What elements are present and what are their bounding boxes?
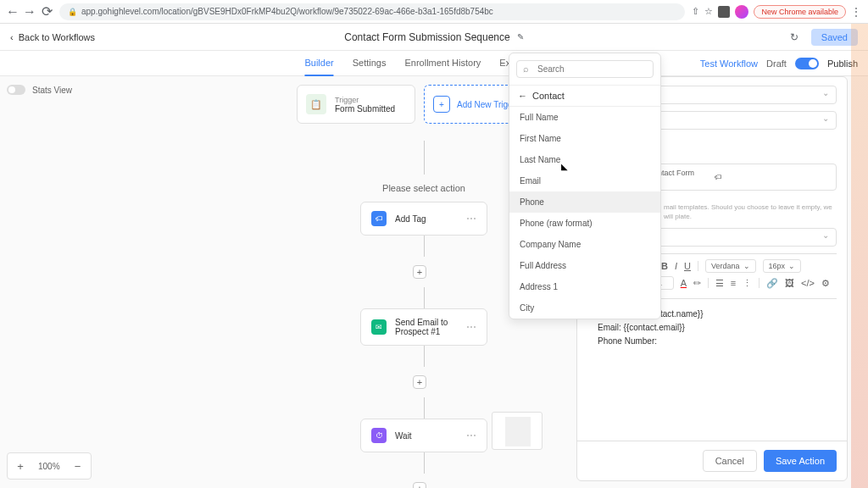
variable-option[interactable]: Full Address: [509, 255, 660, 276]
stats-view-toggle[interactable]: Stats View: [7, 85, 72, 95]
zoom-in-button[interactable]: +: [11, 457, 30, 475]
step-card[interactable]: ⏱Wait⋯: [360, 419, 487, 452]
step-label: Wait: [395, 431, 458, 441]
bold-icon[interactable]: B: [661, 261, 668, 271]
image-icon[interactable]: 🖼: [785, 278, 794, 288]
form-icon: 📋: [306, 94, 326, 114]
test-workflow-link[interactable]: Test Workflow: [700, 58, 758, 69]
back-icon[interactable]: ←: [7, 6, 19, 18]
tabs-bar: BuilderSettingsEnrollment HistoryExecuti…: [0, 51, 868, 76]
step-more-icon[interactable]: ⋯: [466, 430, 476, 441]
add-step-button[interactable]: +: [413, 265, 426, 279]
step-card[interactable]: 🏷Add Tag⋯: [360, 202, 487, 236]
draft-label: Draft: [766, 58, 787, 69]
trigger-value: Form Submitted: [335, 104, 395, 114]
variable-option[interactable]: Email: [509, 170, 660, 191]
text-color-icon[interactable]: A: [681, 278, 687, 288]
underline-icon[interactable]: U: [684, 261, 691, 271]
variable-option[interactable]: Phone: [509, 191, 660, 213]
stats-switch[interactable]: [7, 85, 25, 95]
step-more-icon[interactable]: ⋯: [466, 321, 476, 333]
plus-icon: +: [433, 96, 450, 113]
variable-option[interactable]: Address 1: [509, 276, 660, 297]
more-icon[interactable]: ⋮: [743, 278, 752, 289]
zoom-controls: + 100% −: [7, 452, 92, 480]
trigger-label: Trigger: [335, 96, 395, 104]
variable-option[interactable]: Full Name: [509, 107, 660, 128]
right-edge-decoration: [851, 24, 868, 488]
trigger-card[interactable]: 📋 Trigger Form Submitted: [297, 85, 415, 124]
url-bar[interactable]: 🔒 app.gohighlevel.com/location/gBVSE9HDx…: [59, 3, 685, 20]
step-card[interactable]: ✉Send Email to Prospect #1⋯: [360, 308, 487, 346]
workflow-title: Contact Form Submission Sequence: [344, 31, 509, 43]
zoom-out-button[interactable]: −: [69, 457, 87, 475]
variable-option[interactable]: Phone (raw format): [509, 213, 660, 234]
cancel-button[interactable]: Cancel: [703, 450, 757, 472]
code-icon[interactable]: </>: [801, 278, 815, 288]
reload-icon[interactable]: ⟳: [41, 6, 53, 18]
italic-icon[interactable]: I: [675, 261, 677, 271]
forward-icon[interactable]: →: [24, 6, 36, 18]
publish-toggle[interactable]: [795, 58, 819, 69]
minimap[interactable]: [492, 412, 542, 450]
variable-option[interactable]: Last Name: [509, 149, 660, 170]
search-input[interactable]: [516, 60, 654, 78]
font-select[interactable]: Verdana ⌄: [705, 259, 756, 273]
variable-option[interactable]: First Name: [509, 128, 660, 149]
variable-option[interactable]: Company Name: [509, 234, 660, 255]
link-icon[interactable]: 🔗: [766, 278, 778, 289]
profile-avatar[interactable]: [735, 5, 748, 19]
back-to-workflows[interactable]: ‹ Back to Workflows: [10, 32, 95, 42]
add-step-button[interactable]: +: [413, 482, 426, 488]
step-label: Add Tag: [395, 214, 458, 224]
email-icon: ✉: [371, 319, 387, 335]
edit-title-icon[interactable]: ✎: [517, 32, 524, 42]
variable-picker-popup: ← Contact Full NameFirst NameLast NameEm…: [509, 53, 661, 319]
variable-option[interactable]: City: [509, 297, 660, 319]
share-icon[interactable]: ⇧: [692, 6, 699, 17]
list-icon[interactable]: ☰: [715, 278, 724, 289]
history-icon[interactable]: ↻: [786, 29, 803, 46]
tab-builder[interactable]: Builder: [304, 51, 333, 76]
extension-icon[interactable]: [718, 6, 730, 18]
save-action-button[interactable]: Save Action: [764, 450, 837, 472]
align-icon[interactable]: ≡: [731, 278, 736, 288]
browser-menu-icon[interactable]: ⋮: [851, 6, 861, 18]
url-text: app.gohighlevel.com/location/gBVSE9HDx0F…: [81, 7, 493, 16]
settings-icon[interactable]: ⚙: [821, 278, 830, 289]
browser-chrome: ← → ⟳ 🔒 app.gohighlevel.com/location/gBV…: [0, 0, 868, 24]
arrow-left-icon: ←: [518, 91, 527, 101]
step-more-icon[interactable]: ⋯: [466, 213, 476, 225]
step-label: Send Email to Prospect #1: [395, 318, 458, 336]
app-header: ‹ Back to Workflows Contact Form Submiss…: [0, 24, 868, 51]
highlight-icon[interactable]: ✏: [693, 278, 701, 289]
chevron-left-icon: ‹: [10, 32, 14, 42]
chrome-update-badge[interactable]: New Chrome available: [754, 5, 846, 19]
zoom-level: 100%: [31, 462, 67, 471]
popup-category-header[interactable]: ← Contact: [509, 86, 660, 107]
bookmark-icon[interactable]: ☆: [704, 6, 713, 17]
wait-icon: ⏱: [371, 428, 387, 443]
tab-enrollment-history[interactable]: Enrollment History: [404, 51, 481, 76]
font-size-select[interactable]: 16px ⌄: [763, 259, 802, 273]
tab-settings[interactable]: Settings: [353, 51, 387, 76]
tag-icon[interactable]: 🏷: [715, 173, 829, 181]
add-step-button[interactable]: +: [413, 375, 426, 389]
lock-icon: 🔒: [68, 8, 77, 16]
tag-icon: 🏷: [371, 211, 387, 226]
